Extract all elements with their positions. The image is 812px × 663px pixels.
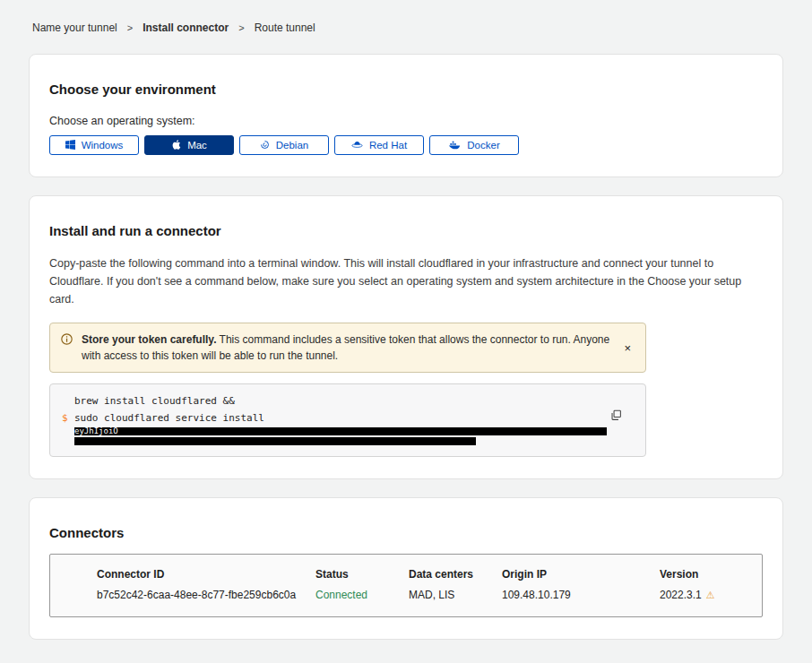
environment-card-title: Choose your environment [49, 82, 763, 97]
column-header-connector-id: Connector ID [97, 568, 315, 581]
environment-card: Choose your environment Choose an operat… [29, 54, 783, 177]
code-line-2: $ sudo cloudflared service install [62, 409, 606, 426]
code-line-1: brew install cloudflared && [62, 392, 606, 409]
version-warning-icon: ⚠ [706, 590, 715, 600]
os-button-group: Windows Mac Debian Red Hat Docker [49, 135, 763, 155]
shell-prompt: $ [62, 409, 74, 426]
status-badge: Connected [315, 589, 409, 601]
code-line-1-text: brew install cloudflared && [74, 392, 235, 409]
os-button-label: Debian [276, 140, 308, 151]
install-command-block: brew install cloudflared && $ sudo cloud… [49, 383, 646, 457]
page: Name your tunnel > Install connector > R… [0, 0, 812, 663]
version-cell: 2022.3.1⚠ [660, 589, 762, 601]
data-centers-cell: MAD, LIS [409, 589, 502, 601]
redacted-token-bar-1: eyJhIjoiO [74, 427, 607, 435]
breadcrumb-step-install-connector[interactable]: Install connector [143, 22, 229, 34]
token-warning-text: Store your token carefully. This command… [82, 332, 611, 364]
os-select-label: Choose an operating system: [49, 115, 763, 127]
connectors-table: Connector ID Status Data centers Origin … [49, 554, 763, 617]
column-header-status: Status [315, 568, 409, 581]
os-button-label: Docker [467, 140, 499, 151]
column-header-data-centers: Data centers [409, 568, 502, 581]
column-header-version: Version [660, 568, 762, 581]
close-icon[interactable]: × [620, 340, 635, 356]
redhat-icon [351, 140, 363, 151]
os-button-mac[interactable]: Mac [144, 135, 234, 155]
os-button-windows[interactable]: Windows [49, 135, 139, 155]
breadcrumb-step-name-tunnel[interactable]: Name your tunnel [32, 22, 117, 34]
os-button-docker[interactable]: Docker [429, 135, 519, 155]
install-description: Copy-paste the following command into a … [49, 254, 763, 308]
os-button-label: Mac [187, 140, 207, 151]
breadcrumb-separator: > [238, 22, 244, 33]
token-prefix: eyJhIjoiO [74, 427, 118, 435]
os-button-label: Windows [82, 140, 124, 151]
breadcrumb-separator: > [127, 22, 133, 33]
copy-icon[interactable] [609, 408, 624, 426]
token-warning-title: Store your token carefully. [82, 333, 217, 346]
breadcrumb-step-route-tunnel[interactable]: Route tunnel [255, 22, 315, 34]
install-card: Install and run a connector Copy-paste t… [29, 195, 783, 479]
docker-icon [448, 140, 461, 151]
os-button-label: Red Hat [369, 140, 407, 151]
os-button-debian[interactable]: Debian [239, 135, 329, 155]
os-button-redhat[interactable]: Red Hat [334, 135, 424, 155]
breadcrumb: Name your tunnel > Install connector > R… [32, 22, 783, 34]
apple-icon [171, 139, 181, 152]
connectors-card: Connectors Connector ID Status Data cent… [29, 497, 783, 640]
debian-icon [260, 140, 270, 151]
token-warning-banner: Store your token carefully. This command… [49, 323, 646, 373]
origin-ip-cell: 109.48.10.179 [502, 589, 660, 601]
install-card-title: Install and run a connector [49, 223, 763, 238]
connectors-card-title: Connectors [49, 525, 763, 540]
redacted-token-bar-2 [74, 437, 476, 445]
version-value: 2022.3.1 [660, 589, 702, 601]
connector-id-cell: b7c52c42-6caa-48ee-8c77-fbe259cb6c0a [97, 589, 315, 601]
info-icon [61, 333, 73, 349]
code-line-2-text: sudo cloudflared service install [74, 409, 264, 426]
column-header-origin-ip: Origin IP [502, 568, 660, 581]
windows-icon [65, 140, 75, 151]
